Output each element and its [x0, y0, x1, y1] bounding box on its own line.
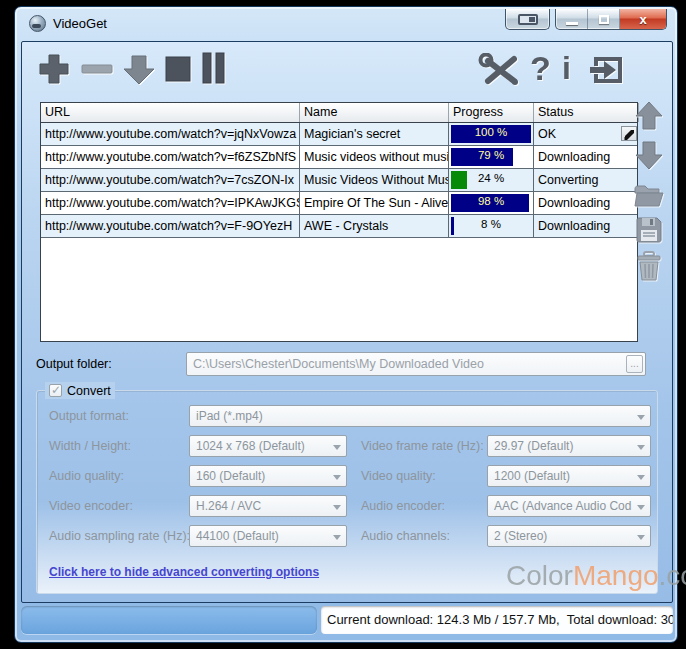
advanced-options-link[interactable]: Click here to hide advanced converting o… [49, 565, 319, 579]
dropdown-value: 1024 x 768 (Default) [196, 439, 328, 453]
chevron-down-icon [637, 445, 645, 450]
dropdown-audio-sampling-rate-hz[interactable]: 44100 (Default) [189, 525, 347, 547]
help-button[interactable]: ? [530, 50, 551, 86]
progress-cell: 100 % [449, 123, 534, 145]
minus-icon [80, 63, 114, 75]
progress-label: 79 % [449, 146, 533, 165]
watermark-com: .com [659, 560, 686, 591]
column-header-progress[interactable]: Progress [449, 103, 534, 122]
dropdown-video-frame-rate-hz[interactable]: 29.97 (Default) [487, 435, 651, 457]
browse-folder-button[interactable]: ... [626, 355, 643, 373]
delete-button[interactable] [636, 251, 662, 281]
table-row[interactable]: http://www.youtube.com/watch?v=7csZON-Ix… [41, 169, 637, 192]
progress-cell: 8 % [449, 215, 534, 237]
column-header-status[interactable]: Status [534, 103, 639, 122]
chevron-down-icon [333, 475, 341, 480]
status-cell: OK [534, 123, 639, 145]
output-folder-value: C:\Users\Chester\Documents\My Downloaded… [193, 357, 484, 371]
trash-icon [636, 251, 662, 281]
start-download-button[interactable] [122, 54, 156, 86]
stop-button[interactable] [164, 55, 192, 83]
progress-label: 8 % [449, 215, 533, 234]
dropdown-value: AAC (Advance Audio Coding) [494, 499, 632, 513]
field-label: Audio encoder: [361, 499, 445, 513]
download-queue-table: URLNameProgressStatus http://www.youtube… [40, 102, 638, 342]
table-row[interactable]: http://www.youtube.com/watch?v=f6ZSZbNfS… [41, 146, 637, 169]
question-icon: ? [530, 49, 551, 87]
dropdown-width-height[interactable]: 1024 x 768 (Default) [189, 435, 347, 457]
column-header-name[interactable]: Name [300, 103, 449, 122]
progress-cell: 24 % [449, 169, 534, 191]
field-label: Audio quality: [49, 469, 124, 483]
convert-legend: Convert [45, 382, 115, 399]
dropdown-value: 29.97 (Default) [494, 439, 632, 453]
dropdown-video-encoder[interactable]: H.264 / AVC [189, 495, 347, 517]
dropdown-value: 1200 (Default) [494, 469, 632, 483]
dropdown-audio-channels[interactable]: 2 (Stereo) [487, 525, 651, 547]
dropdown-audio-quality[interactable]: 160 (Default) [189, 465, 347, 487]
exit-button[interactable] [588, 53, 626, 87]
dropdown-value: 2 (Stereo) [494, 529, 632, 543]
column-header-url[interactable]: URL [41, 103, 300, 122]
info-button[interactable]: i [562, 50, 571, 86]
table-row[interactable]: http://www.youtube.com/watch?v=jqNxVowza… [41, 123, 637, 146]
table-row[interactable]: http://www.youtube.com/watch?v=IPKAwJKGS… [41, 192, 637, 215]
url-cell: http://www.youtube.com/watch?v=F-9OYezH [41, 215, 300, 237]
titlebar[interactable]: VideoGet x [15, 7, 677, 39]
save-button[interactable] [635, 216, 663, 244]
field-label: Audio sampling rate (Hz): [49, 529, 190, 543]
arrow-down-icon [634, 139, 664, 171]
progress-cell: 79 % [449, 146, 534, 168]
minimize-button[interactable] [556, 9, 588, 29]
name-cell: Magician's secret [300, 123, 449, 145]
tools-icon [478, 53, 522, 87]
caption-buttons: x [555, 9, 667, 30]
dropdown-audio-encoder[interactable]: AAC (Advance Audio Coding) [487, 495, 651, 517]
field-label: Output format: [49, 409, 129, 423]
dropdown-video-quality[interactable]: 1200 (Default) [487, 465, 651, 487]
chevron-down-icon [333, 535, 341, 540]
dropdown-value: 160 (Default) [196, 469, 328, 483]
convert-option-row: Audio quality:160 (Default)Video quality… [37, 465, 657, 489]
chevron-down-icon [333, 445, 341, 450]
status-text: Converting [538, 173, 598, 187]
plus-icon [36, 51, 72, 87]
status-cell: Downloading [534, 146, 639, 168]
convert-checkbox[interactable] [49, 384, 62, 397]
move-down-button[interactable] [634, 139, 664, 171]
convert-option-row: Video encoder:H.264 / AVCAudio encoder:A… [37, 495, 657, 519]
field-label: Video frame rate (Hz): [361, 439, 484, 453]
info-icon: i [562, 50, 571, 86]
convert-label: Convert [67, 384, 111, 398]
main-toolbar: ? i [22, 46, 672, 90]
url-cell: http://www.youtube.com/watch?v=jqNxVowza [41, 123, 300, 145]
chevron-down-icon [637, 415, 645, 420]
progress-cell: 98 % [449, 192, 534, 214]
remove-url-button[interactable] [80, 63, 114, 75]
move-up-button[interactable] [634, 100, 664, 132]
folder-icon [633, 183, 665, 209]
url-cell: http://www.youtube.com/watch?v=7csZON-Ix [41, 169, 300, 191]
chevron-down-icon [637, 475, 645, 480]
status-cell: Downloading [534, 192, 639, 214]
status-text: Downloading [538, 150, 610, 164]
close-icon: x [639, 12, 646, 27]
dropdown-output-format[interactable]: iPad (*.mp4) [189, 405, 651, 427]
maximize-button[interactable] [588, 9, 620, 29]
open-folder-button[interactable] [633, 183, 665, 209]
name-cell: Music videos without music [300, 146, 449, 168]
progress-label: 98 % [449, 192, 533, 211]
pause-icon [200, 52, 226, 84]
output-folder-input[interactable]: C:\Users\Chester\Documents\My Downloaded… [186, 352, 646, 376]
url-cell: http://www.youtube.com/watch?v=f6ZSZbNfS [41, 146, 300, 168]
table-row[interactable]: http://www.youtube.com/watch?v=F-9OYezHA… [41, 215, 637, 238]
output-folder-row: Output folder: C:\Users\Chester\Document… [22, 352, 672, 378]
close-button[interactable]: x [620, 9, 666, 29]
add-url-button[interactable] [36, 51, 72, 87]
field-label: Audio channels: [361, 529, 450, 543]
settings-button[interactable] [478, 53, 522, 87]
field-label: Video quality: [361, 469, 436, 483]
pause-button[interactable] [200, 52, 226, 84]
field-label: Width / Height: [49, 439, 131, 453]
snapshot-button[interactable] [505, 9, 550, 30]
